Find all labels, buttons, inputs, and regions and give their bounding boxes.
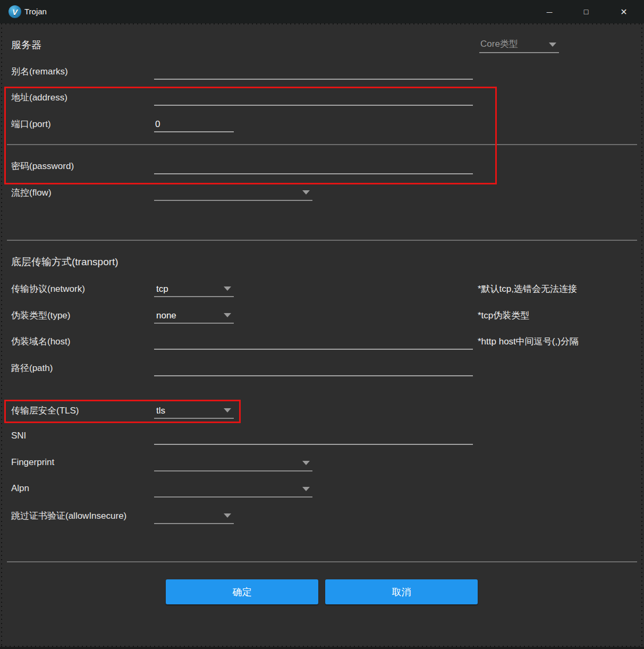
server-section-heading: 服务器 <box>11 38 41 52</box>
address-label: 地址(address) <box>11 91 67 104</box>
dropdown-arrow-icon <box>549 43 556 47</box>
path-label: 路径(path) <box>11 362 53 374</box>
type-label: 伪装类型(type) <box>11 309 70 322</box>
network-hint: *默认tcp,选错会无法连接 <box>478 283 577 295</box>
path-input[interactable] <box>154 360 473 376</box>
password-label: 密码(password) <box>11 160 74 172</box>
remarks-label: 别名(remarks) <box>11 65 68 78</box>
window-bottom-strip <box>0 647 644 649</box>
titlebar[interactable]: V Trojan ─ □ ✕ <box>0 0 644 23</box>
sni-label: SNI <box>11 431 26 441</box>
trojan-dialog-window: V Trojan ─ □ ✕ Core类型 服务器 别名(remarks) 地址… <box>0 0 644 649</box>
alpn-select[interactable] <box>154 482 312 498</box>
v2rayn-logo-icon: V <box>9 5 21 18</box>
section-divider <box>7 240 637 241</box>
close-button[interactable]: ✕ <box>612 0 636 23</box>
network-label: 传输协议(network) <box>11 283 85 295</box>
section-divider <box>7 144 637 145</box>
allow-insecure-select[interactable] <box>154 508 234 524</box>
network-select[interactable]: tcp <box>154 281 234 297</box>
dropdown-arrow-icon <box>224 513 231 518</box>
titlebar-divider-dotted <box>1 23 643 24</box>
port-input[interactable]: 0 <box>154 116 234 132</box>
address-input[interactable] <box>154 90 473 106</box>
host-hint: *http host中间逗号(,)分隔 <box>478 335 579 348</box>
type-hint: *tcp伪装类型 <box>478 309 529 322</box>
remarks-input[interactable] <box>154 64 473 80</box>
core-type-select[interactable]: Core类型 <box>479 36 559 53</box>
core-type-label: Core类型 <box>480 38 518 50</box>
transport-section-heading: 底层传输方式(transport) <box>11 255 118 269</box>
dropdown-arrow-icon <box>224 313 231 317</box>
window-border-right <box>641 23 642 646</box>
dropdown-arrow-icon <box>224 286 231 291</box>
maximize-button[interactable]: □ <box>574 0 598 23</box>
type-value: none <box>156 310 176 321</box>
dropdown-arrow-icon <box>224 408 231 412</box>
host-input[interactable] <box>154 334 473 350</box>
port-value: 0 <box>155 119 160 130</box>
tls-value: tls <box>156 406 165 416</box>
tls-select[interactable]: tls <box>154 403 234 419</box>
flow-label: 流控(flow) <box>11 187 52 199</box>
port-label: 端口(port) <box>11 118 51 130</box>
window-title: Trojan <box>24 0 47 23</box>
window-border-left <box>1 23 2 646</box>
section-divider <box>7 561 637 562</box>
sni-input[interactable] <box>154 429 473 445</box>
dropdown-arrow-icon <box>302 487 310 491</box>
password-input[interactable] <box>154 158 473 174</box>
cancel-button[interactable]: 取消 <box>325 579 478 604</box>
ok-button[interactable]: 确定 <box>166 579 318 604</box>
fingerprint-label: Fingerprint <box>11 457 54 468</box>
dropdown-arrow-icon <box>302 190 310 195</box>
allow-insecure-label: 跳过证书验证(allowInsecure) <box>11 510 126 522</box>
alpn-label: Alpn <box>11 483 29 494</box>
network-value: tcp <box>156 284 168 294</box>
type-select[interactable]: none <box>154 308 234 324</box>
fingerprint-select[interactable] <box>154 456 312 471</box>
minimize-button[interactable]: ─ <box>537 0 562 23</box>
dropdown-arrow-icon <box>302 461 310 465</box>
tls-label: 传输层安全(TLS) <box>11 404 79 417</box>
flow-select[interactable] <box>154 185 312 201</box>
host-label: 伪装域名(host) <box>11 335 70 348</box>
